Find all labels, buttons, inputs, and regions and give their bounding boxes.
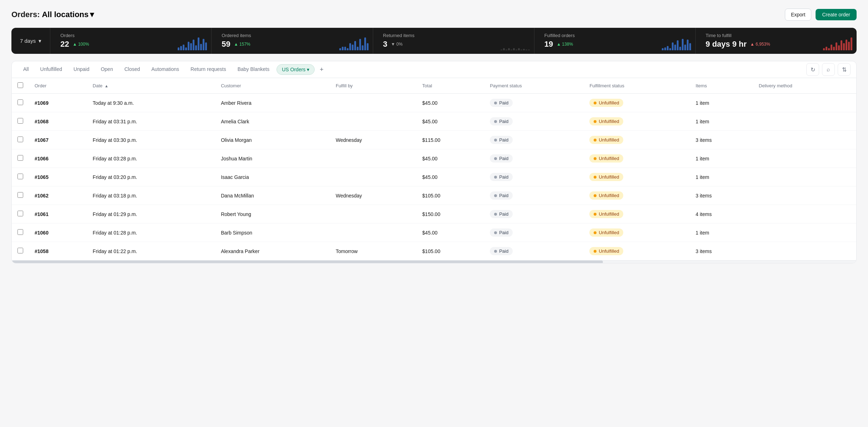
chart-bar xyxy=(521,50,522,50)
row-order-0[interactable]: #1069 xyxy=(29,94,87,112)
row-checkbox-5[interactable] xyxy=(17,192,23,198)
stats-returned-number: 3 xyxy=(383,40,387,49)
row-checkbox-cell xyxy=(12,223,29,242)
row-order-6[interactable]: #1061 xyxy=(29,205,87,223)
tab-baby-blankets[interactable]: Baby Blankets xyxy=(232,61,275,78)
chart-bar xyxy=(687,40,689,50)
period-dropdown-icon: ▾ xyxy=(39,38,41,44)
chart-bar xyxy=(193,40,194,50)
export-button[interactable]: Export xyxy=(785,9,811,21)
tab-open[interactable]: Open xyxy=(95,61,118,78)
row-payment-8: Paid xyxy=(484,242,584,261)
row-checkbox-cell xyxy=(12,94,29,112)
payment-badge-4: Paid xyxy=(490,173,513,181)
row-order-1[interactable]: #1068 xyxy=(29,112,87,131)
row-customer-8: Alexandra Parker xyxy=(215,242,330,261)
select-all-checkbox[interactable] xyxy=(17,82,23,88)
sort-icon: ⇅ xyxy=(842,66,847,73)
table-row[interactable]: #1065 Friday at 03:20 p.m. Isaac Garcia … xyxy=(12,168,856,186)
chart-bar xyxy=(518,48,520,50)
fulfillment-dot-5 xyxy=(594,194,597,197)
tab-automations[interactable]: Automations xyxy=(146,61,185,78)
row-payment-4: Paid xyxy=(484,168,584,186)
title-text: Orders: xyxy=(11,10,40,19)
col-payment-status: Payment status xyxy=(484,78,584,94)
row-order-5[interactable]: #1062 xyxy=(29,186,87,205)
row-checkbox-4[interactable] xyxy=(17,174,23,179)
chart-bar xyxy=(851,37,852,50)
row-order-2[interactable]: #1067 xyxy=(29,131,87,149)
row-customer-3: Joshua Martin xyxy=(215,149,330,168)
stats-period-selector[interactable]: 7 days ▾ xyxy=(11,28,50,54)
row-payment-7: Paid xyxy=(484,223,584,242)
row-checkbox-3[interactable] xyxy=(17,155,23,161)
table-row[interactable]: #1060 Friday at 01:28 p.m. Barb Simpson … xyxy=(12,223,856,242)
row-date-0: Today at 9:30 a.m. xyxy=(87,94,215,112)
create-order-button[interactable]: Create order xyxy=(816,9,857,20)
order-number-2: #1067 xyxy=(35,137,49,143)
chart-bar xyxy=(826,47,827,50)
horizontal-scrollbar[interactable] xyxy=(12,260,856,263)
row-items-7: 1 item xyxy=(690,223,753,242)
table-row[interactable]: #1069 Today at 9:30 a.m. Amber Rivera $4… xyxy=(12,94,856,112)
row-checkbox-8[interactable] xyxy=(17,248,23,253)
row-order-3[interactable]: #1066 xyxy=(29,149,87,168)
tab-all[interactable]: All xyxy=(17,61,35,78)
row-order-7[interactable]: #1060 xyxy=(29,223,87,242)
fulfillment-label-0: Unfulfilled xyxy=(599,100,619,106)
table-row[interactable]: #1061 Friday at 01:29 p.m. Robert Young … xyxy=(12,205,856,223)
chart-bar xyxy=(195,45,197,50)
dropdown-arrow-icon: ▾ xyxy=(90,10,94,19)
row-order-8[interactable]: #1058 xyxy=(29,242,87,261)
row-order-4[interactable]: #1065 xyxy=(29,168,87,186)
row-fulfillment-8: Unfulfilled xyxy=(584,242,690,261)
chart-bar xyxy=(503,48,505,50)
tab-closed[interactable]: Closed xyxy=(119,61,146,78)
row-fulfill-by-8: Tomorrow xyxy=(330,242,417,261)
table-body: #1069 Today at 9:30 a.m. Amber Rivera $4… xyxy=(12,94,856,261)
row-delivery-6 xyxy=(753,205,856,223)
row-fulfillment-3: Unfulfilled xyxy=(584,149,690,168)
row-checkbox-cell xyxy=(12,186,29,205)
main-card: All Unfulfilled Unpaid Open Closed Autom… xyxy=(11,61,857,263)
row-total-0: $45.00 xyxy=(417,94,484,112)
stats-time-to-fulfill: Time to fulfill 9 days 9 hr ▲ 6,953% xyxy=(696,28,857,54)
table-row[interactable]: #1068 Friday at 03:31 p.m. Amelia Clark … xyxy=(12,112,856,131)
refresh-button[interactable]: ↻ xyxy=(806,63,819,76)
row-checkbox-0[interactable] xyxy=(17,99,23,105)
tab-unfulfilled[interactable]: Unfulfilled xyxy=(35,61,68,78)
chart-bar xyxy=(188,42,189,50)
fulfillment-dot-4 xyxy=(594,176,597,179)
table-row[interactable]: #1067 Friday at 03:30 p.m. Olivia Morgan… xyxy=(12,131,856,149)
row-items-1: 1 item xyxy=(690,112,753,131)
sort-button[interactable]: ⇅ xyxy=(838,63,851,76)
chart-bar xyxy=(833,47,835,50)
order-number-4: #1065 xyxy=(35,174,49,180)
row-checkbox-1[interactable] xyxy=(17,118,23,124)
payment-label-4: Paid xyxy=(499,174,508,180)
row-checkbox-2[interactable] xyxy=(17,137,23,142)
row-total-5: $105.00 xyxy=(417,186,484,205)
chart-bar xyxy=(339,48,341,50)
stats-fulfilled-chart xyxy=(662,37,691,50)
tab-us-orders[interactable]: US Orders ▾ xyxy=(276,64,315,75)
table-row[interactable]: #1062 Friday at 03:18 p.m. Dana McMillan… xyxy=(12,186,856,205)
table-row[interactable]: #1058 Friday at 01:22 p.m. Alexandra Par… xyxy=(12,242,856,261)
tab-unpaid[interactable]: Unpaid xyxy=(68,61,95,78)
chart-bar xyxy=(349,43,351,50)
payment-label-8: Paid xyxy=(499,248,508,254)
row-date-8: Friday at 01:22 p.m. xyxy=(87,242,215,261)
scrollbar-thumb[interactable] xyxy=(12,261,603,263)
row-fulfillment-4: Unfulfilled xyxy=(584,168,690,186)
chart-bar xyxy=(180,46,182,50)
table-row[interactable]: #1066 Friday at 03:28 p.m. Joshua Martin… xyxy=(12,149,856,168)
row-checkbox-7[interactable] xyxy=(17,229,23,235)
location-dropdown[interactable]: All locations ▾ xyxy=(42,10,94,19)
tab-return-requests[interactable]: Return requests xyxy=(185,61,232,78)
search-filter-button[interactable]: ⌕ xyxy=(822,63,835,76)
row-total-1: $45.00 xyxy=(417,112,484,131)
payment-dot-4 xyxy=(494,176,497,179)
col-date[interactable]: Date ▲ xyxy=(87,78,215,94)
tab-add-button[interactable]: + xyxy=(316,63,327,76)
row-checkbox-6[interactable] xyxy=(17,211,23,216)
